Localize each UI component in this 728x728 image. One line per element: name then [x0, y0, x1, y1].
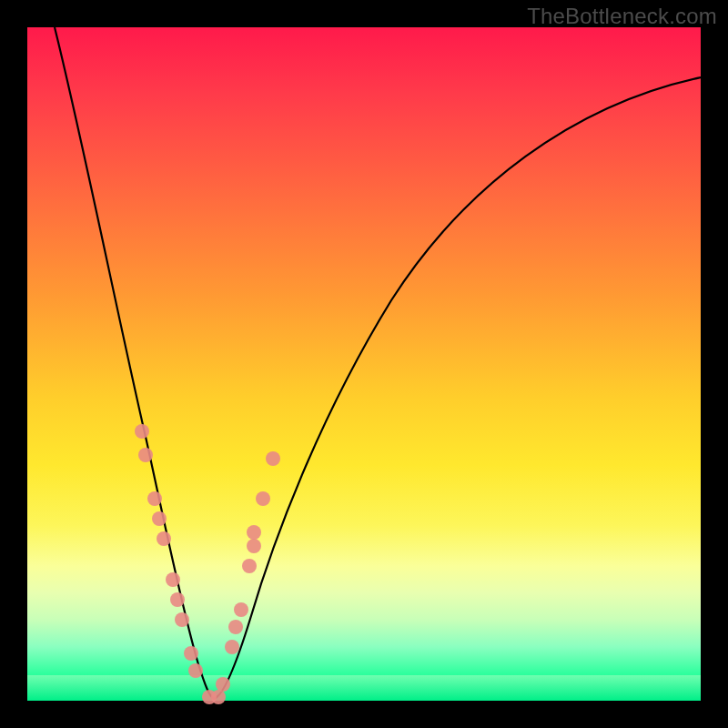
data-point-marker	[216, 677, 230, 692]
data-point-marker	[170, 592, 185, 607]
data-point-marker	[234, 602, 248, 617]
data-point-marker	[166, 572, 180, 587]
data-point-marker	[211, 690, 226, 704]
bottleneck-curve	[27, 27, 701, 701]
curve-left-branch	[55, 27, 214, 699]
data-point-marker	[266, 451, 280, 466]
plot-area	[27, 27, 701, 701]
data-point-marker	[228, 620, 243, 634]
curve-right-branch	[214, 77, 701, 699]
data-point-marker	[256, 491, 270, 506]
data-point-marker	[135, 424, 149, 439]
data-point-marker	[184, 646, 198, 661]
chart-frame: TheBottleneck.com	[0, 0, 728, 728]
data-point-marker	[147, 491, 162, 506]
data-point-marker	[188, 663, 203, 678]
watermark-text: TheBottleneck.com	[527, 4, 717, 29]
data-point-marker	[225, 640, 239, 654]
